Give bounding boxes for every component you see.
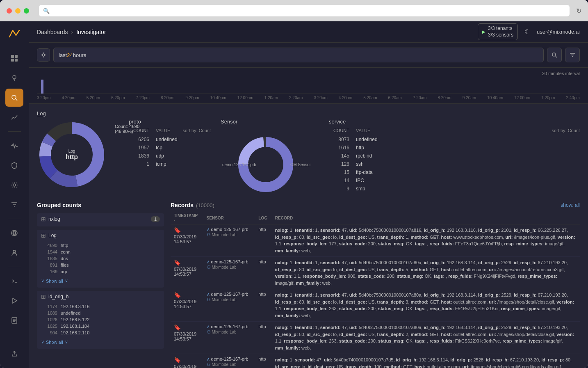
- sensor-group-icon-1: ⚇: [207, 232, 211, 237]
- sidebar-item-investigator[interactable]: [5, 89, 23, 107]
- sensor-chevron-icon-5: ∧: [207, 357, 210, 361]
- log-count-conn: 1944: [41, 249, 57, 254]
- log-chart-label: Log: [37, 110, 119, 117]
- bookmark-icon-2[interactable]: 🔖: [174, 259, 200, 266]
- sensor-donut-wrap[interactable]: demo-125-167-prb CM Sensor: [221, 134, 311, 195]
- bookmark-icon-4[interactable]: 🔖: [174, 324, 200, 331]
- tl-label-19: 10:40am: [487, 96, 503, 100]
- id-count-5: 904: [41, 330, 57, 335]
- tenants-label: 3/3 tenants: [488, 25, 513, 32]
- sidebar-item-play[interactable]: [5, 292, 23, 310]
- expand-icon-log[interactable]: ⊞: [41, 232, 46, 239]
- th-log: LOG: [255, 212, 271, 224]
- sidebar-item-grid[interactable]: [5, 49, 23, 67]
- sidebar-item-gear[interactable]: [5, 176, 23, 194]
- timeline-bar-highlight: [41, 80, 43, 94]
- reload-button[interactable]: ↻: [576, 7, 581, 15]
- grouped-counts-title: Grouped counts: [37, 202, 164, 208]
- service-row-3: 145 rpcbind: [329, 153, 580, 159]
- sidebar-item-terminal[interactable]: [5, 272, 23, 290]
- expand-icon-id[interactable]: ⊞: [41, 293, 46, 300]
- sensors-label: 3/3 sensors: [488, 32, 513, 39]
- svc-value-3: rpcbind: [356, 153, 580, 159]
- tl-label-10: 1:20am: [264, 96, 278, 100]
- sensor-chevron-icon-2: ∧: [207, 259, 210, 264]
- close-button[interactable]: [7, 8, 12, 14]
- sidebar: [0, 21, 29, 368]
- log-row-dns: 1835 dns: [41, 255, 160, 262]
- tl-label-13: 4:20am: [339, 96, 352, 100]
- group-log-header[interactable]: ⊞ Log: [41, 232, 160, 239]
- dark-mode-button[interactable]: ☾: [523, 26, 532, 37]
- proto-value-2: tcp: [156, 145, 211, 151]
- search-query-prefix: last: [59, 52, 67, 58]
- maximize-button[interactable]: [24, 8, 29, 14]
- address-bar[interactable]: 🔍: [39, 5, 570, 16]
- log-donut[interactable]: Log http Count: 4690 (46.90%): [37, 120, 107, 190]
- group-log-rows: 4690 http 1944 conn 1835 dns: [41, 240, 160, 277]
- breadcrumb-current: Investigator: [76, 29, 106, 35]
- record-sensor-3: ∧demo-125-167-prb ⚇Mixmode Lab: [203, 289, 255, 322]
- id-show-all[interactable]: ∨ Show all ∨: [41, 338, 160, 346]
- tl-label-1: 3:20pm: [37, 96, 50, 100]
- expand-icon[interactable]: ⊞: [41, 216, 46, 222]
- sensor-chevron-icon-3: ∧: [207, 292, 210, 297]
- sidebar-item-doc[interactable]: [5, 311, 23, 329]
- minimize-button[interactable]: [15, 8, 21, 14]
- proto-header: COUNT VALUE sort by: Count: [129, 128, 211, 133]
- sidebar-item-filter[interactable]: [5, 196, 23, 214]
- search-button[interactable]: [547, 48, 562, 62]
- proto-title: proto: [129, 119, 211, 125]
- id-value-4: 192.168.1.104: [61, 324, 89, 329]
- breadcrumb-parent[interactable]: Dashboards: [37, 29, 68, 35]
- top-bar: Dashboards › Investigator ▶ 3/3 tenants …: [29, 21, 588, 43]
- tl-label-3: 5:20pm: [87, 96, 100, 100]
- show-value[interactable]: all: [575, 202, 580, 208]
- donut-center-text: Log http: [66, 149, 78, 161]
- sidebar-item-user[interactable]: [5, 244, 23, 262]
- records-header-row: TIMESTAMP- SENSOR LOG RECORD: [171, 212, 580, 224]
- record-data-5: nxlog: 1, sensorId: 47, uid: 5d40bc74000…: [272, 354, 580, 368]
- proto-row-1: 6206 undefined: [129, 136, 211, 143]
- sidebar-item-lightbulb[interactable]: [5, 69, 23, 87]
- search-input[interactable]: last 24 hours: [53, 48, 544, 62]
- logo[interactable]: [7, 26, 22, 41]
- dashboard-content: Log: [29, 104, 588, 368]
- record-log-4: http: [255, 322, 271, 354]
- tl-label-14: 5:20am: [363, 96, 377, 100]
- bookmark-icon-3[interactable]: 🔖: [174, 292, 200, 298]
- timeline-chart[interactable]: [37, 78, 580, 94]
- top-bar-right: ▶ 3/3 tenants 3/3 sensors ☾ user@mixmode…: [478, 23, 580, 40]
- log-show-all[interactable]: ∨ Show all ∨: [41, 277, 160, 285]
- filter-button[interactable]: [565, 48, 580, 62]
- tl-label-20: 12:00pm: [514, 96, 530, 100]
- sidebar-item-export[interactable]: [5, 345, 23, 363]
- service-sort-by[interactable]: sort by: Count: [552, 128, 580, 133]
- sidebar-item-network[interactable]: [5, 224, 23, 242]
- svc-count-7: 9: [329, 186, 349, 192]
- sidebar-item-pulse[interactable]: [5, 137, 23, 155]
- sidebar-item-trend[interactable]: [5, 108, 23, 126]
- svg-rect-1: [15, 55, 18, 58]
- records-show: show: all: [561, 202, 580, 208]
- tl-label-18: 9:20am: [463, 96, 476, 100]
- log-row-conn: 1944 conn: [41, 249, 160, 255]
- record-data-1: nxlog: 1, tenantId: 1, sensorId: 47, uid…: [272, 224, 580, 257]
- group-id-orig-header[interactable]: ⊞ id_orig_h: [41, 293, 160, 300]
- id-row-4: 1025 192.168.1.104: [41, 323, 160, 329]
- timeline-interval-label: 20 minutes interval: [37, 71, 580, 76]
- bookmark-icon-1[interactable]: 🔖: [174, 227, 200, 233]
- bookmark-icon-5[interactable]: 🔖: [174, 357, 200, 363]
- id-row-2: 1089 undefined: [41, 310, 160, 316]
- bottom-section: Grouped counts ⊞ nxlog 1: [37, 202, 580, 368]
- tenants-info: 3/3 tenants 3/3 sensors: [488, 25, 513, 38]
- group-nxlog-header[interactable]: ⊞ nxlog 1: [41, 216, 160, 222]
- tenants-button[interactable]: ▶ 3/3 tenants 3/3 sensors: [478, 23, 518, 40]
- search-query-suffix: hours: [73, 52, 87, 58]
- search-settings-button[interactable]: [37, 48, 50, 62]
- service-row-7: 9 smb: [329, 185, 580, 192]
- tl-label-7: 9:20pm: [185, 96, 199, 100]
- proto-sort-by[interactable]: sort by: Count: [183, 128, 211, 133]
- sidebar-item-shield[interactable]: [5, 156, 23, 174]
- id-count-1: 1174: [41, 304, 57, 309]
